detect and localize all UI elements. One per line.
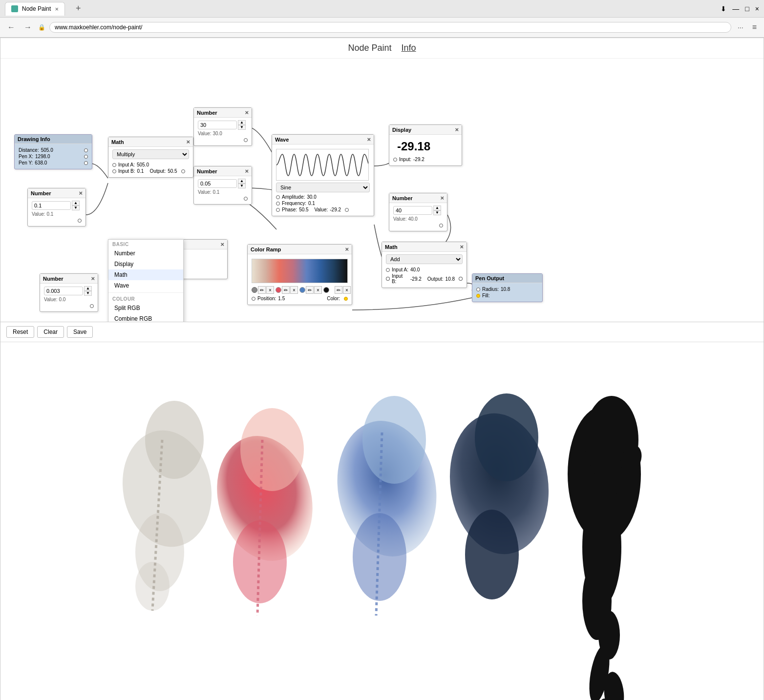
stop-2-delete[interactable]: × bbox=[290, 286, 298, 294]
shape-4 bbox=[441, 393, 557, 599]
number-5-up[interactable]: ▲ bbox=[433, 206, 441, 210]
tab-icon bbox=[11, 5, 18, 12]
math-1-input-b: Input B: 0.1 Output: 50.5 bbox=[112, 168, 189, 174]
context-menu-split-rgb[interactable]: Split RGB bbox=[108, 303, 183, 313]
stop-3-edit[interactable]: ✏ bbox=[306, 286, 314, 294]
stop-1-color[interactable] bbox=[252, 287, 257, 293]
stop-2: ✏ × bbox=[276, 286, 298, 294]
browser-tab[interactable]: Node Paint × bbox=[5, 2, 65, 16]
node-canvas[interactable]: Drawing Info Distance: 505.0 Pen X: 1298… bbox=[0, 59, 764, 322]
number-4-close[interactable]: × bbox=[91, 275, 95, 282]
browser-menu-button[interactable]: ≡ bbox=[750, 22, 759, 33]
svg-point-7 bbox=[233, 520, 287, 603]
math-2-close[interactable]: × bbox=[460, 244, 464, 250]
number-3-up[interactable]: ▲ bbox=[72, 201, 80, 206]
maximize-button[interactable]: □ bbox=[745, 5, 749, 13]
number-1-output-port bbox=[244, 138, 248, 142]
address-bar: ← → 🔒 ··· ≡ bbox=[0, 18, 764, 37]
number-4-input[interactable]: 0.003 bbox=[44, 287, 83, 295]
pen-fill-label: Fill: bbox=[482, 293, 490, 298]
number-4-down[interactable]: ▼ bbox=[84, 291, 92, 296]
pen-radius-port bbox=[476, 288, 480, 291]
info-link[interactable]: Info bbox=[402, 43, 416, 53]
toolbar: Reset Clear Save bbox=[0, 322, 764, 342]
math-open-close[interactable]: × bbox=[220, 241, 224, 247]
number-node-4: Number × 0.003 ▲ ▼ Value: 0.0 bbox=[40, 273, 98, 312]
color-ramp-close[interactable]: × bbox=[345, 246, 349, 252]
number-3-body: 0.1 ▲ ▼ Value: 0.1 bbox=[28, 198, 85, 226]
stop-4 bbox=[323, 287, 329, 293]
stop-2-edit[interactable]: ✏ bbox=[282, 286, 290, 294]
math-1-input-a-label: Input A: bbox=[118, 162, 135, 167]
close-window-button[interactable]: × bbox=[755, 5, 759, 13]
pen-x-port bbox=[84, 155, 88, 159]
math-1-close[interactable]: × bbox=[186, 139, 190, 145]
number-5-close[interactable]: × bbox=[440, 195, 444, 201]
math-2-input-a: Input A: 40.0 bbox=[386, 267, 463, 272]
math-1-input-a-port bbox=[112, 163, 116, 167]
delete-stop-btn[interactable]: × bbox=[343, 286, 351, 294]
number-2-close[interactable]: × bbox=[245, 168, 249, 174]
number-2-input[interactable]: 0.05 bbox=[198, 179, 237, 188]
math-1-input-b-port bbox=[112, 169, 116, 173]
display-close[interactable]: × bbox=[455, 126, 459, 133]
add-stop-group: ✏ × bbox=[335, 286, 351, 294]
display-header: Display × bbox=[389, 125, 462, 135]
save-button[interactable]: Save bbox=[67, 326, 93, 338]
minimize-button[interactable]: — bbox=[732, 5, 739, 13]
reset-button[interactable]: Reset bbox=[6, 326, 34, 338]
forward-button[interactable]: → bbox=[21, 22, 34, 33]
more-options-button[interactable]: ··· bbox=[735, 22, 746, 32]
math-2-header: Math × bbox=[382, 242, 467, 252]
math-2-output-port bbox=[459, 277, 463, 281]
math-1-output-port bbox=[181, 169, 185, 173]
number-2-up[interactable]: ▲ bbox=[238, 179, 246, 184]
math-1-operation[interactable]: Multiply bbox=[112, 149, 189, 159]
number-5-spinner: 40 ▲ ▼ bbox=[393, 206, 443, 215]
number-2-down[interactable]: ▼ bbox=[238, 184, 246, 188]
new-tab-button[interactable]: + bbox=[73, 3, 84, 14]
drawing-canvas[interactable] bbox=[0, 342, 764, 700]
wave-close[interactable]: × bbox=[367, 136, 371, 143]
number-1-input[interactable]: 30 bbox=[198, 121, 237, 129]
number-5-input[interactable]: 40 bbox=[393, 206, 432, 215]
number-3-close[interactable]: × bbox=[79, 190, 83, 196]
context-menu-wave[interactable]: Wave bbox=[108, 280, 183, 291]
url-input[interactable] bbox=[49, 22, 731, 33]
tab-close-btn[interactable]: × bbox=[55, 6, 59, 12]
display-input-port bbox=[393, 158, 397, 162]
number-3-input[interactable]: 0.1 bbox=[32, 201, 71, 210]
download-icon[interactable]: ⬇ bbox=[721, 5, 726, 13]
math-1-body: Multiply Input A: 505.0 Input B: 0.1 Out… bbox=[108, 147, 193, 177]
stop-1-delete[interactable]: × bbox=[266, 286, 274, 294]
context-menu-display[interactable]: Display bbox=[108, 259, 183, 269]
number-1-close[interactable]: × bbox=[245, 109, 249, 116]
wave-type[interactable]: Sine bbox=[276, 183, 370, 192]
number-1-down[interactable]: ▼ bbox=[238, 125, 246, 130]
drawing-info-title: Drawing Info bbox=[18, 136, 50, 142]
context-menu-combine-rgb[interactable]: Combine RGB bbox=[108, 313, 183, 322]
math-2-input-a-port bbox=[386, 268, 390, 272]
stop-1-edit[interactable]: ✏ bbox=[258, 286, 266, 294]
number-4-up[interactable]: ▲ bbox=[84, 286, 92, 291]
math-2-operation[interactable]: Add bbox=[386, 254, 463, 264]
stop-3-delete[interactable]: × bbox=[314, 286, 322, 294]
stop-3-color[interactable] bbox=[299, 287, 305, 293]
add-stop-btn[interactable]: ✏ bbox=[335, 286, 342, 294]
stop-2-color[interactable] bbox=[276, 287, 281, 293]
back-button[interactable]: ← bbox=[5, 22, 18, 33]
stop-1: ✏ × bbox=[252, 286, 274, 294]
distance-row: Distance: 505.0 bbox=[19, 147, 88, 153]
number-4-title: Number bbox=[43, 276, 64, 282]
number-2-spinners: ▲ ▼ bbox=[238, 179, 246, 188]
context-menu-math[interactable]: Math bbox=[108, 269, 183, 280]
context-menu-number[interactable]: Number bbox=[108, 248, 183, 259]
color-ramp-header: Color Ramp × bbox=[248, 245, 352, 254]
clear-button[interactable]: Clear bbox=[37, 326, 64, 338]
math-2-input-b-value: -29.2 bbox=[410, 276, 422, 282]
number-3-down[interactable]: ▼ bbox=[72, 206, 80, 210]
stop-4-color[interactable] bbox=[323, 287, 329, 293]
number-5-down[interactable]: ▼ bbox=[433, 210, 441, 215]
number-1-up[interactable]: ▲ bbox=[238, 120, 246, 125]
pen-radius-label: Radius: bbox=[482, 287, 499, 292]
